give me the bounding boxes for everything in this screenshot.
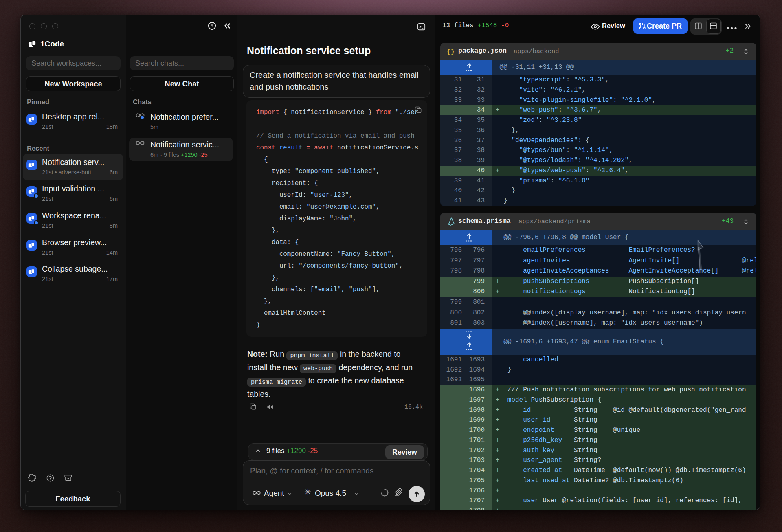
svg-text:{}: {}	[447, 48, 455, 56]
